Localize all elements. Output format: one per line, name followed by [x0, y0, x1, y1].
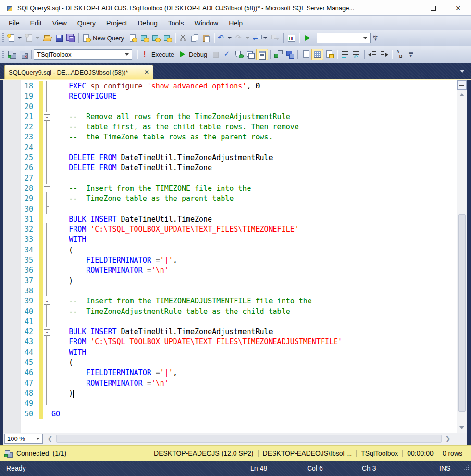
resize-grip[interactable]: [463, 464, 470, 471]
code-line[interactable]: 21 -- Remove all rows from the TimeZoneA…: [3, 112, 457, 122]
code-line[interactable]: 18 EXEC sp_configure 'show advanced opti…: [3, 81, 457, 91]
xmla-query-button[interactable]: [161, 32, 173, 44]
change-connection-button[interactable]: [18, 49, 29, 60]
intellisense-toggle[interactable]: [256, 49, 268, 60]
client-statistics-button[interactable]: [284, 49, 296, 60]
code-line[interactable]: 41: [3, 317, 457, 327]
uncomment-button[interactable]: [351, 49, 362, 60]
tab-sqlquery9[interactable]: SQLQuery9.sql - DE...ADEOJS\fbsol (58))*…: [4, 65, 153, 79]
results-to-file-button[interactable]: [323, 49, 335, 60]
scroll-down-icon[interactable]: [457, 424, 467, 432]
estimated-plan-button[interactable]: [233, 49, 245, 60]
copy-button[interactable]: [189, 32, 200, 44]
comment-button[interactable]: [339, 49, 351, 60]
code-line[interactable]: 22 -- table first, as the child table ro…: [3, 122, 457, 132]
code-line[interactable]: 25 DELETE FROM DateTimeUtil.TimeZoneAdju…: [3, 153, 457, 163]
increase-indent-button[interactable]: [378, 49, 390, 60]
code-line[interactable]: 45 (: [3, 358, 457, 368]
code-line[interactable]: 29 -- TimeZone table as the parent table: [3, 194, 457, 204]
toolbar-grip[interactable]: [2, 50, 4, 59]
code-line[interactable]: 32 FROM 'C:\TSQL_TOOLBOX_UPDATE\TEXT_FIL…: [3, 225, 457, 235]
fold-collapse-icon[interactable]: [43, 184, 50, 194]
menu-edit[interactable]: Edit: [25, 17, 47, 29]
menu-file[interactable]: File: [3, 17, 25, 29]
code-line[interactable]: 24: [3, 143, 457, 153]
toolbar-grip[interactable]: [2, 33, 4, 43]
code-line[interactable]: 30: [3, 204, 457, 214]
vertical-scrollbar[interactable]: [457, 80, 467, 433]
menu-window[interactable]: Window: [189, 17, 223, 29]
open-file-button[interactable]: [42, 32, 53, 44]
navigate-backward-button[interactable]: [252, 32, 270, 44]
start-button[interactable]: [301, 32, 313, 44]
horizontal-scroll-thumb[interactable]: [56, 435, 442, 443]
navigate-forward-button[interactable]: [270, 32, 281, 44]
code-line[interactable]: 43 FROM 'C:\TSQL_TOOLBOX_UPDATE\TEXT_FIL…: [3, 337, 457, 347]
menu-help[interactable]: Help: [223, 17, 248, 29]
menu-tools[interactable]: Tools: [163, 17, 189, 29]
code-line[interactable]: 38: [3, 286, 457, 296]
code-line[interactable]: 23 -- the TimeZone table rows as the par…: [3, 132, 457, 142]
debug-button[interactable]: Debug: [177, 49, 210, 60]
maximize-button[interactable]: [421, 0, 446, 15]
code-line[interactable]: 50GO: [3, 409, 457, 419]
code-line[interactable]: 20: [3, 102, 457, 112]
code-line[interactable]: 37 ): [3, 276, 457, 286]
scroll-left-icon[interactable]: ❮: [46, 434, 54, 444]
fold-collapse-icon[interactable]: [43, 296, 50, 306]
code-line[interactable]: 42 BULK INSERT DateTimeUtil.TimeZoneAdju…: [3, 327, 457, 337]
code-line[interactable]: 19 RECONFIGURE: [3, 91, 457, 101]
database-engine-query-button[interactable]: [127, 32, 138, 44]
code-line[interactable]: 28 -- Insert from the TIMEZONE file into…: [3, 184, 457, 194]
available-databases-combo[interactable]: TSqlToolbox: [34, 49, 132, 60]
parse-button[interactable]: [222, 49, 233, 60]
code-line[interactable]: 27: [3, 174, 457, 184]
results-to-text-button[interactable]: [300, 49, 311, 60]
undo-button[interactable]: [216, 32, 234, 44]
execute-button[interactable]: Execute: [139, 49, 177, 60]
stop-button[interactable]: [210, 49, 222, 60]
fold-collapse-icon[interactable]: [43, 112, 50, 122]
toolbar-combobox[interactable]: [317, 33, 371, 43]
mdx-query-button[interactable]: [138, 32, 150, 44]
fold-collapse-icon[interactable]: [43, 327, 50, 337]
code-line[interactable]: 40 -- TimeZoneAdjustmentRule table as th…: [3, 307, 457, 317]
code-line[interactable]: 47 ROWTERMINATOR ='\n': [3, 378, 457, 388]
decrease-indent-button[interactable]: [367, 49, 378, 60]
code-line[interactable]: 39 -- Insert from the TIMEZONEADJUSTMENT…: [3, 296, 457, 306]
code-line[interactable]: 33 WITH: [3, 235, 457, 245]
add-item-button[interactable]: [24, 32, 42, 44]
code-area[interactable]: 18 EXEC sp_configure 'show advanced opti…: [3, 80, 457, 433]
code-line[interactable]: 34 (: [3, 245, 457, 255]
code-line[interactable]: 44 WITH: [3, 348, 457, 358]
redo-button[interactable]: [234, 32, 252, 44]
splitter-handle[interactable]: [457, 80, 467, 90]
scroll-right-icon[interactable]: ❯: [444, 434, 452, 444]
query-options-button[interactable]: [245, 49, 256, 60]
document-list-dropdown-icon[interactable]: [460, 70, 465, 73]
menu-project[interactable]: Project: [101, 17, 133, 29]
zoom-control[interactable]: 100 %: [4, 434, 43, 444]
code-line[interactable]: 49: [3, 399, 457, 409]
minimize-button[interactable]: [396, 0, 421, 15]
activity-monitor-button[interactable]: [285, 32, 297, 44]
results-to-grid-button[interactable]: [311, 49, 323, 60]
paste-button[interactable]: [200, 32, 212, 44]
fold-collapse-icon[interactable]: [43, 214, 50, 225]
actual-plan-button[interactable]: [273, 49, 284, 60]
close-button[interactable]: ✕: [446, 0, 471, 15]
vertical-scroll-thumb[interactable]: [458, 214, 466, 412]
scroll-up-icon[interactable]: [457, 91, 467, 99]
new-file-button[interactable]: [6, 32, 24, 44]
menu-debug[interactable]: Debug: [132, 17, 162, 29]
template-parameters-button[interactable]: [394, 49, 406, 60]
menu-query[interactable]: Query: [72, 17, 101, 29]
tab-close-icon[interactable]: ✕: [144, 69, 149, 75]
toolbar-overflow-button[interactable]: ▸▸▾: [373, 35, 378, 41]
save-all-button[interactable]: [65, 32, 76, 44]
dmx-query-button[interactable]: [150, 32, 161, 44]
toolbar-overflow-button[interactable]: ▬▾: [409, 51, 413, 58]
menu-view[interactable]: View: [47, 17, 72, 29]
code-line[interactable]: 48 ): [3, 388, 457, 399]
code-line[interactable]: 26 DELETE FROM DateTimeUtil.TimeZone: [3, 163, 457, 173]
